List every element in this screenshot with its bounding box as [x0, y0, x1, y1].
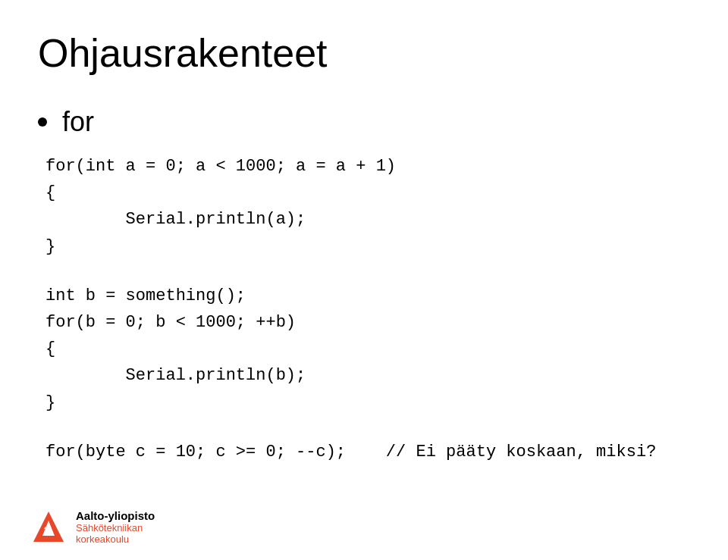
code-block-2: int b = something(); for(b = 0; b < 1000… — [46, 283, 690, 416]
aalto-university-name: Aalto-yliopisto — [76, 509, 155, 522]
code-block-1: for(int a = 0; a < 1000; a = a + 1) { Se… — [46, 153, 690, 260]
code-line: { — [46, 180, 690, 206]
code-line: for(b = 0; b < 1000; ++b) — [46, 309, 690, 336]
code-line: Serial.println(a); — [46, 206, 690, 233]
bullet-section: for — [38, 106, 690, 138]
aalto-sub1: Sähkötekniikan — [76, 522, 155, 533]
code-line: for(byte c = 10; c >= 0; --c); // Ei pää… — [46, 439, 690, 465]
code-line: Serial.println(b); — [46, 362, 690, 389]
svg-text:?: ? — [44, 524, 51, 537]
code-line: int b = something(); — [46, 283, 690, 309]
code-line: { — [46, 336, 690, 362]
bullet-label-for: for — [62, 106, 94, 138]
code-line: } — [46, 233, 690, 260]
bullet-dot — [38, 117, 47, 127]
page-title: Ohjausrakenteet — [38, 30, 690, 76]
code-line: } — [46, 389, 690, 416]
aalto-text-block: Aalto-yliopisto Sähkötekniikan korkeakou… — [76, 509, 155, 545]
main-content: Ohjausrakenteet for for(int a = 0; a < 1… — [0, 0, 728, 503]
code-block-3: for(byte c = 10; c >= 0; --c); // Ei pää… — [46, 439, 690, 465]
code-line: for(int a = 0; a < 1000; a = a + 1) — [46, 153, 690, 180]
footer: ? Aalto-yliopisto Sähkötekniikan korkeak… — [30, 508, 155, 545]
bullet-item-for: for — [38, 106, 690, 138]
aalto-logo-icon: ? — [30, 508, 67, 545]
aalto-sub2: korkeakoulu — [76, 533, 155, 545]
